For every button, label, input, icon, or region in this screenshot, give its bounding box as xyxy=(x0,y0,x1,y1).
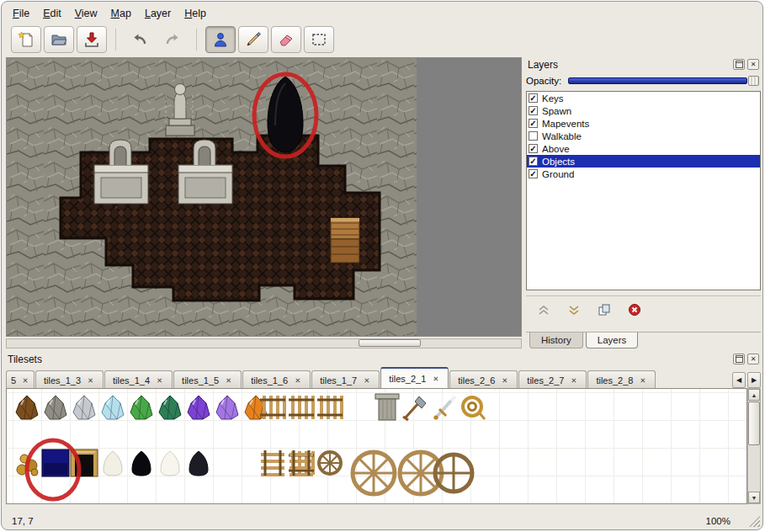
opacity-slider-track[interactable] xyxy=(568,77,747,84)
chevron-down-icon xyxy=(568,305,580,316)
menu-edit[interactable]: Edit xyxy=(36,4,68,23)
close-panel-icon[interactable] xyxy=(747,59,759,70)
scrollbar-thumb[interactable] xyxy=(748,402,760,445)
tile-sword xyxy=(433,396,455,420)
selected-tile-dark-blue xyxy=(42,450,69,476)
scroll-up-icon[interactable] xyxy=(748,389,760,401)
map-horizontal-scrollbar[interactable] xyxy=(6,338,522,348)
move-layer-up-button[interactable] xyxy=(534,302,553,317)
stamp-tool-button[interactable] xyxy=(205,26,236,53)
tileset-tab[interactable]: 5 xyxy=(6,370,35,389)
tile-pale-cloak xyxy=(104,451,122,476)
layer-checkbox[interactable] xyxy=(529,144,538,153)
layer-checkbox[interactable] xyxy=(529,169,538,178)
tileset-tab-active[interactable]: tiles_2_1 xyxy=(380,367,449,389)
tileset-tabs: 5 tiles_1_3 tiles_1_4 tiles_1_5 tiles_1_… xyxy=(6,367,727,389)
menu-view[interactable]: View xyxy=(68,4,104,23)
duplicate-layer-button[interactable] xyxy=(595,302,614,317)
layer-name: Spawn xyxy=(542,106,571,116)
redo-button[interactable] xyxy=(157,26,188,53)
new-file-button[interactable] xyxy=(11,26,41,53)
layer-checkbox[interactable] xyxy=(529,106,538,115)
tile-crystal-brown xyxy=(16,396,38,419)
cursor-coordinates: 17, 7 xyxy=(12,516,34,526)
layers-panel-header: Layers xyxy=(526,57,761,72)
layer-row-mapevents[interactable]: Mapevents xyxy=(527,117,760,130)
tileset-tab[interactable]: tiles_2_7 xyxy=(518,370,587,389)
toolbar-separator xyxy=(115,29,116,51)
menu-map[interactable]: Map xyxy=(104,4,138,23)
tileset-tab[interactable]: tiles_2_6 xyxy=(449,370,518,389)
scrollbar-thumb[interactable] xyxy=(359,339,421,347)
layer-row-ground[interactable]: Ground xyxy=(527,168,760,180)
tab-close-icon[interactable] xyxy=(431,375,440,384)
tileset-tab[interactable]: tiles_2_8 xyxy=(587,370,656,389)
layer-checkbox[interactable] xyxy=(529,131,538,141)
tileset-tab-label: tiles_2_6 xyxy=(458,375,495,386)
tileset-grid[interactable] xyxy=(6,388,747,504)
tile-crystal-gray xyxy=(45,396,66,419)
tab-close-icon[interactable] xyxy=(21,375,29,385)
layer-checkbox[interactable] xyxy=(529,93,538,103)
scroll-tabs-right-icon[interactable] xyxy=(747,372,761,388)
stamp-person-icon xyxy=(211,30,230,49)
layer-name: Mapevents xyxy=(542,119,589,129)
wagon-wheels xyxy=(353,452,472,494)
tile-crystal-ice xyxy=(102,396,124,419)
eraser-tool-button[interactable] xyxy=(271,26,301,53)
tile-crystal-green xyxy=(130,396,152,419)
move-layer-down-button[interactable] xyxy=(565,302,583,317)
menu-layer[interactable]: Layer xyxy=(138,4,178,23)
select-tool-button[interactable] xyxy=(304,26,334,53)
tab-close-icon[interactable] xyxy=(500,375,509,385)
tileset-tab[interactable]: tiles_1_7 xyxy=(311,370,380,389)
status-bar: 17, 7 100% xyxy=(2,513,762,529)
tab-close-icon[interactable] xyxy=(224,375,233,385)
layer-row-walkable[interactable]: Walkable xyxy=(527,130,760,142)
opacity-slider-handle[interactable] xyxy=(748,76,759,86)
tilesets-panel-header: Tilesets xyxy=(6,352,761,366)
tab-close-icon[interactable] xyxy=(362,375,371,385)
toolbar-separator xyxy=(196,29,197,51)
tile-track-horizontal xyxy=(289,396,314,419)
layer-row-spawn[interactable]: Spawn xyxy=(527,104,760,117)
tab-scroll-arrows xyxy=(732,372,761,388)
tileset-tab[interactable]: tiles_1_6 xyxy=(242,370,311,389)
scroll-down-icon[interactable] xyxy=(748,492,760,503)
layer-checkbox[interactable] xyxy=(529,119,538,128)
tab-close-icon[interactable] xyxy=(155,375,164,385)
restore-icon xyxy=(736,355,743,363)
tab-close-icon[interactable] xyxy=(569,375,578,385)
float-panel-icon[interactable] xyxy=(733,354,745,364)
map-canvas[interactable] xyxy=(6,57,522,337)
duplicate-icon xyxy=(598,304,611,316)
close-panel-icon[interactable] xyxy=(747,354,759,364)
tab-close-icon[interactable] xyxy=(638,375,647,385)
tileset-tab[interactable]: tiles_1_3 xyxy=(35,370,104,389)
tab-close-icon[interactable] xyxy=(86,375,95,385)
tileset-tab[interactable]: tiles_1_4 xyxy=(104,370,173,389)
menu-help[interactable]: Help xyxy=(178,4,213,23)
undo-button[interactable] xyxy=(125,26,155,53)
paint-tool-icon xyxy=(244,30,263,49)
open-button[interactable] xyxy=(44,26,74,53)
tileset-vertical-scrollbar[interactable] xyxy=(747,388,761,504)
tab-label: Layers xyxy=(598,335,627,345)
layer-row-keys[interactable]: Keys xyxy=(527,92,760,104)
opacity-slider[interactable] xyxy=(568,76,759,86)
toolbar xyxy=(6,24,758,56)
float-panel-icon[interactable] xyxy=(733,59,745,70)
layer-row-objects[interactable]: Objects xyxy=(527,155,760,168)
menu-file[interactable]: File xyxy=(6,4,36,23)
delete-layer-button[interactable] xyxy=(625,302,644,317)
paint-tool-button[interactable] xyxy=(238,26,268,53)
tile-dark-cloak xyxy=(189,451,208,476)
tab-layers[interactable]: Layers xyxy=(586,332,639,348)
tileset-tab[interactable]: tiles_1_5 xyxy=(173,370,242,389)
layer-checkbox[interactable] xyxy=(529,157,538,166)
tab-close-icon[interactable] xyxy=(293,375,302,385)
layer-row-above[interactable]: Above xyxy=(527,142,760,155)
tab-history[interactable]: History xyxy=(529,332,583,348)
scroll-tabs-left-icon[interactable] xyxy=(732,372,746,388)
save-button[interactable] xyxy=(77,26,107,53)
